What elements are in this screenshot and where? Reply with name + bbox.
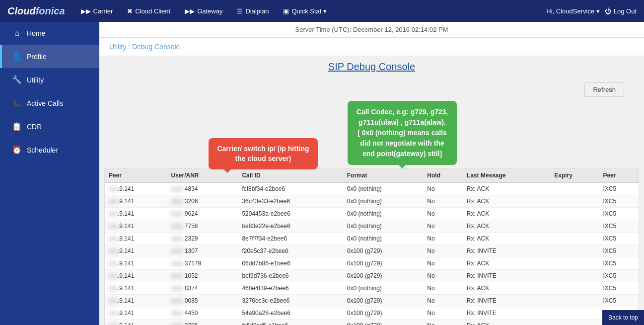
cell-peer2: IXC5 [599,282,639,295]
cell-user: xxxx 4450 [167,307,238,320]
carrier-icon: ▶▶ [81,7,91,15]
cell-peer: xxx.9.141 [105,233,167,245]
col-last-message: Last Message [463,168,550,183]
cell-hold: No [423,320,463,325]
cell-user: xxxx 8374 [167,282,238,295]
cell-hold: No [423,208,463,220]
table-row: xxx.9.141 xxxx 8374 468e4f39-e2bee6 0x0 … [105,282,639,295]
nav-items: ▶▶ Carrier ✖ Cloud Client ▶▶ Gateway ☰ D… [75,5,547,17]
cell-hold: No [423,295,463,307]
cell-peer2: IXC5 [599,245,639,257]
cell-user: xxxx 7758 [167,220,238,233]
cell-hold: No [423,195,463,208]
cell-call-id: 5204453a-e2bee6 [238,208,343,220]
cell-call-id: f20e5c37-e2bee6 [238,245,343,257]
cell-expiry [550,282,599,295]
back-to-top-button[interactable]: Back to top [602,310,644,325]
sidebar-item-utility[interactable]: 🔧 Utility [0,68,99,91]
user-menu[interactable]: Hi, CloudService ▾ [546,7,599,15]
table-row: xxx.9.141 xxxx 2329 8e7f7f34-e2bee6 0x0 … [105,233,639,245]
cell-user: xxxx 2329 [167,233,238,245]
table-row: xxx.9.141 xxxx 4450 54a90a28-e2bee6 0x10… [105,307,639,320]
data-table-container: Peer User/ANR Call ID Format Hold Last M… [104,168,639,325]
cell-user: xxxx 0085 [167,295,238,307]
col-call-id: Call ID [238,168,343,183]
sidebar-item-home[interactable]: ⌂ Home [0,22,99,45]
cell-call-id: 06dd7b86-e1bee6 [238,257,343,270]
cell-call-id: bef9d736-e2bee6 [238,270,343,282]
table-row: xxx.9.141 xxxx 3206 36c43e33-e2bee6 0x0 … [105,195,639,208]
cell-peer2: IXC5 [599,208,639,220]
cell-peer: xxx.9.141 [105,295,167,307]
cell-user: xxxx 3206 [167,195,238,208]
sidebar-item-scheduler[interactable]: ⏰ Scheduler [0,138,99,162]
sidebar-item-cdr[interactable]: 📋 CDR [0,115,99,138]
cell-hold: No [423,183,463,195]
cell-format: 0x0 (nothing) [343,220,424,233]
cell-call-id: 3270ce3c-e2bee6 [238,295,343,307]
nav-dialplan[interactable]: ☰ Dialplan [231,5,275,17]
main-content: Server Time (UTC): December 12, 2016 02:… [99,22,644,325]
cell-call-id: fcf8bf34-e2bee6 [238,183,343,195]
cell-expiry [550,233,599,245]
cell-user: xxxx 37179 [167,257,238,270]
table-row: xxx.9.141 xxxx 4834 fcf8bf34-e2bee6 0x0 … [105,183,639,195]
main-layout: ⌂ Home 👤 Profile 🔧 Utility 📞 Active Call… [0,22,644,325]
top-section: SIP Debug Console Carrier/ switch ip/ (i… [99,59,644,168]
cell-call-id: fc5d9cd5-e1bee6 [238,320,343,325]
refresh-container: Refresh [109,78,634,102]
table-body: xxx.9.141 xxxx 4834 fcf8bf34-e2bee6 0x0 … [105,183,639,325]
tooltip-carrier: Carrier/ switch ip/ (ip hitting the clou… [209,138,318,169]
cell-expiry [550,183,599,195]
cell-peer: xxx.9.141 [105,307,167,320]
table-row: xxx.9.141 xxxx 9624 5204453a-e2bee6 0x0 … [105,208,639,220]
sidebar-item-active-calls[interactable]: 📞 Active Calls [0,91,99,115]
cloud-client-icon: ✖ [127,7,133,15]
cell-peer2: IXC5 [599,295,639,307]
cell-peer: xxx.9.141 [105,208,167,220]
cell-expiry [550,220,599,233]
cell-expiry [550,245,599,257]
nav-cloud-client[interactable]: ✖ Cloud Client [121,5,176,17]
table-row: xxx.9.141 xxxx 3796 fc5d9cd5-e1bee6 0x10… [105,320,639,325]
cell-peer: xxx.9.141 [105,320,167,325]
server-time-bar: Server Time (UTC): December 12, 2016 02:… [99,22,644,38]
cell-expiry [550,195,599,208]
table-row: xxx.9.141 xxxx 0085 3270ce3c-e2bee6 0x10… [105,295,639,307]
cell-hold: No [423,307,463,320]
cell-peer: xxx.9.141 [105,282,167,295]
cell-peer2: IXC5 [599,195,639,208]
home-icon: ⌂ [12,29,22,38]
nav-carrier[interactable]: ▶▶ Carrier [75,5,119,17]
nav-gateway[interactable]: ▶▶ Gateway [179,5,228,17]
utility-icon: 🔧 [12,75,22,84]
cell-last-msg: Rx: ACK [463,183,550,195]
cell-expiry [550,320,599,325]
logout-button[interactable]: ⏻ Log Out [605,7,637,15]
cell-format: 0x100 (g729) [343,257,424,270]
cell-hold: No [423,220,463,233]
cell-last-msg: Rx: INVITE [463,295,550,307]
active-calls-table: Peer User/ANR Call ID Format Hold Last M… [105,168,639,325]
sidebar-item-profile[interactable]: 👤 Profile [0,45,99,68]
cell-last-msg: Rx: ACK [463,257,550,270]
cell-hold: No [423,270,463,282]
tooltip-codec: Call Codec, e.g: g729, g723, g711u(ulaw)… [348,101,457,165]
nav-quick-stat[interactable]: ▣ Quick Stat ▾ [277,5,333,17]
nav-right: Hi, CloudService ▾ ⏻ Log Out [546,7,637,15]
table-row: xxx.9.141 xxxx 7758 be83e22e-e2bee6 0x0 … [105,220,639,233]
cell-expiry [550,208,599,220]
table-row: xxx.9.141 xxxx 1307 f20e5c37-e2bee6 0x10… [105,245,639,257]
cell-format: 0x0 (nothing) [343,282,424,295]
cell-last-msg: Rx: ACK [463,195,550,208]
cdr-icon: 📋 [12,122,22,131]
refresh-button[interactable]: Refresh [584,82,624,97]
cell-peer2: IXC5 [599,233,639,245]
cell-hold: No [423,233,463,245]
cell-last-msg: Rx: ACK [463,208,550,220]
cell-peer2: IXC5 [599,220,639,233]
cell-last-msg: Rx: ACK [463,282,550,295]
cell-hold: No [423,245,463,257]
cell-call-id: 54a90a28-e2bee6 [238,307,343,320]
table-row: xxx.9.141 xxxx 37179 06dd7b86-e1bee6 0x1… [105,257,639,270]
